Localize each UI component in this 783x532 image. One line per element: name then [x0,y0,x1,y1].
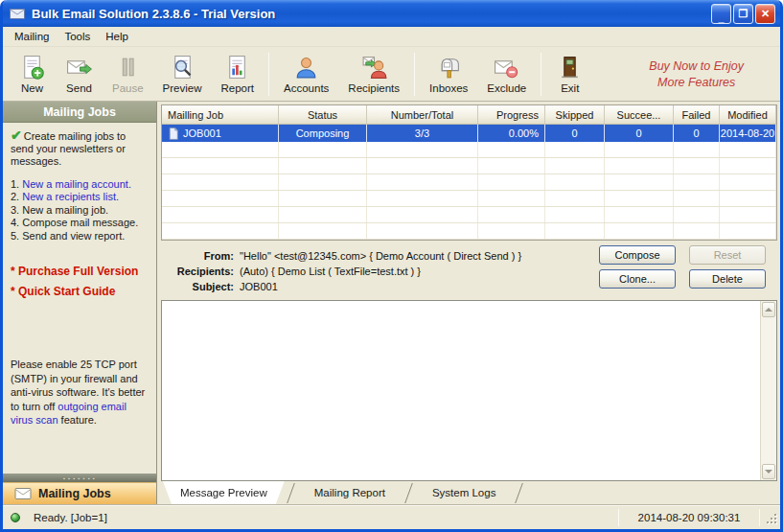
empty-cell [279,207,367,222]
empty-cell [367,207,478,222]
tab-mailing-report[interactable]: Mailing Report [297,481,403,504]
setup-step-new-a-mailing-account[interactable]: 1. New a mailing account. [11,178,150,191]
empty-cell [478,207,545,222]
table-row[interactable]: JOB001Composing3/30.00%0002014-08-20 [162,125,776,142]
empty-cell [720,158,776,173]
toolbar-button-exclude[interactable]: Exclude [477,49,536,100]
toolbar-button-send[interactable]: Send [56,49,103,100]
cell-text: JOB001 [183,127,221,139]
sidebar: Mailing Jobs ✔Create mailing jobs to sen… [3,102,157,504]
menu-item-help[interactable]: Help [98,28,136,45]
toolbar-button-inboxes[interactable]: Inboxes [420,49,477,100]
content-area: Mailing Jobs ✔Create mailing jobs to sen… [3,102,780,504]
table-cell: 0 [674,125,720,142]
exit-door-icon [556,54,584,81]
toolbar-button-label: Accounts [284,82,329,94]
toolbar-button-pause: Pause [103,49,153,100]
sidebar-splitter-handle[interactable] [3,474,156,482]
mailing-jobs-panel-label: Mailing Jobs [38,487,111,500]
step-text: Send and view report. [22,230,125,242]
clone-button[interactable]: Clone... [599,269,676,289]
sidebar-link-purchase-full-version[interactable]: * Purchase Full Version [11,262,150,282]
empty-cell [367,142,478,157]
empty-cell [605,142,674,157]
empty-cell [674,142,720,157]
column-header-skipped[interactable]: Skipped [545,105,605,125]
promo-line-2: More Features [649,75,744,90]
detail-label: Recipients: [173,264,234,279]
empty-cell [720,142,776,157]
cell-text: 0 [635,127,641,139]
exclude-mail-icon [493,54,520,81]
sidebar-intro: ✔Create mailing jobs to send your newsle… [11,129,150,168]
toolbar-button-exit[interactable]: Exit [546,49,593,100]
menu-item-mailing[interactable]: Mailing [7,28,57,45]
column-header-succee[interactable]: Succee... [605,105,674,125]
sidebar-link-quick-start-guide[interactable]: * Quick Start Guide [11,282,150,302]
empty-cell [162,158,279,173]
cell-text: 0.00% [509,127,539,139]
delete-button[interactable]: Delete [689,269,766,289]
column-header-status[interactable]: Status [279,105,367,125]
inboxes-icon [435,54,463,81]
sidebar-spacer [11,428,150,474]
menu-bar: MailingToolsHelp [3,27,780,47]
mailing-jobs-panel-button[interactable]: Mailing Jobs [3,482,156,504]
step-text: New a mailing job. [22,204,108,216]
table-cell: 2014-08-20 [720,125,776,142]
minimize-button[interactable]: _ [711,4,731,24]
column-header-failed[interactable]: Failed [674,105,720,125]
buy-now-promo: Buy Now to Enjoy More Features [649,58,744,90]
detail-value: (Auto) { Demo List ( TextFile=test.txt )… [240,264,421,279]
empty-cell [674,158,720,173]
toolbar-button-preview[interactable]: Preview [153,49,212,100]
table-cell: Composing [279,125,367,142]
empty-cell [720,207,776,222]
empty-cell [279,158,367,173]
report-icon [223,54,251,81]
empty-cell [720,191,776,206]
window-title: Bulk Email Solution 2.3.8.6 - Trial Vers… [32,7,704,21]
sidebar-header: Mailing Jobs [3,102,156,123]
accounts-icon [292,54,320,81]
smtp-note-suffix: feature. [58,414,97,426]
tab-system-logs[interactable]: System Logs [415,481,513,504]
main-area: Mailling JobStatusNumber/TotalProgressSk… [157,102,780,504]
empty-cell [545,174,605,190]
toolbar-button-label: Recipients [348,82,400,94]
tab-divider [287,483,295,503]
setup-step-new-a-recipients-list[interactable]: 2. New a recipients list. [11,191,150,203]
column-header-progress[interactable]: Progress [478,105,545,125]
close-button[interactable]: ✕ [755,4,775,24]
toolbar-button-new[interactable]: New [9,49,56,100]
resize-grip[interactable] [764,508,778,527]
toolbar-button-label: Exclude [487,82,526,94]
scroll-up-button[interactable] [762,302,775,317]
menu-item-tools[interactable]: Tools [57,28,98,45]
scroll-down-button[interactable] [762,464,775,479]
message-preview-area [161,300,777,481]
empty-cell [478,174,545,190]
setup-step-compose-mail-message: 4. Compose mail message. [11,217,150,229]
toolbar-separator [541,53,541,96]
column-header-mailling-job[interactable]: Mailling Job [162,105,279,125]
empty-table-row [162,223,776,240]
recipients-icon [360,54,388,81]
column-header-modified[interactable]: Modified [720,105,776,125]
app-icon [8,4,27,23]
toolbar-button-recipients[interactable]: Recipients [338,49,409,100]
table-header-row: Mailling JobStatusNumber/TotalProgressSk… [162,105,776,125]
vertical-scrollbar[interactable] [760,301,776,480]
column-header-number-total[interactable]: Number/Total [367,105,478,125]
toolbar-button-accounts[interactable]: Accounts [274,49,338,100]
step-link[interactable]: New a recipients list. [22,191,119,202]
toolbar-button-report[interactable]: Report [212,49,265,100]
sidebar-body: ✔Create mailing jobs to send your newsle… [3,123,156,474]
empty-cell [478,191,545,206]
empty-cell [162,191,279,206]
step-link[interactable]: New a mailing account. [22,178,131,190]
status-bar: Ready. [Job=1] 2014-08-20 09:30:31 [3,504,780,529]
tab-message-preview[interactable]: Message Preview [163,481,285,504]
compose-button[interactable]: Compose [599,245,676,265]
maximize-button[interactable]: ❐ [733,4,753,24]
